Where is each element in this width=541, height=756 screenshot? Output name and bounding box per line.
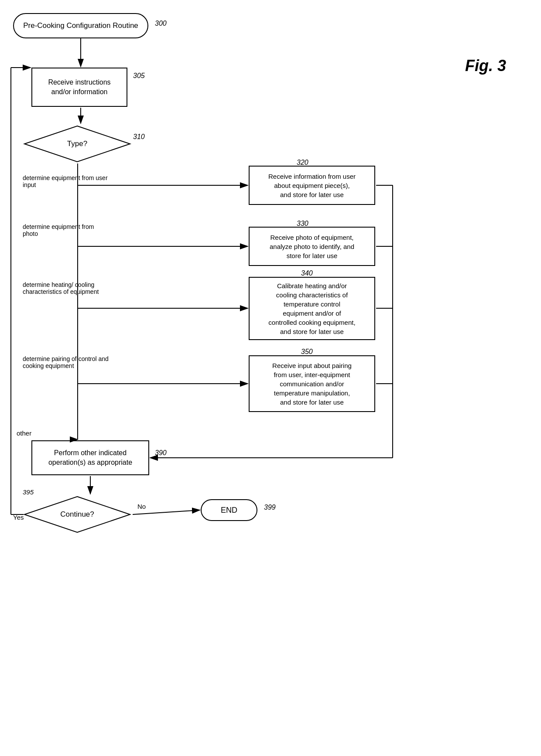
step320-shape: Receive information from user about equi… [249, 166, 375, 205]
start-ref: 300 [155, 20, 167, 27]
step330-label: Receive photo of equipment, analyze phot… [267, 231, 356, 262]
step340-ref: 340 [301, 269, 313, 277]
diamond310-label: Type? [67, 140, 87, 148]
flow-heating: determine heating/ cooling characteristi… [23, 281, 110, 295]
step390-label: Perform other indicated operation(s) as … [48, 448, 132, 468]
diamond310-ref: 310 [133, 133, 145, 141]
step330-ref: 330 [297, 220, 308, 228]
diamond310-wrap: Type? [23, 124, 132, 163]
step330-shape: Receive photo of equipment, analyze phot… [249, 227, 375, 266]
step320-label: Receive information from user about equi… [266, 170, 358, 201]
step390-shape: Perform other indicated operation(s) as … [31, 440, 149, 475]
end-label: END [221, 506, 237, 515]
step305-shape: Receive instructions and/or information [31, 68, 127, 107]
start-shape: Pre-Cooking Configuration Routine [13, 13, 148, 38]
diamond395-shape: Continue? [23, 495, 132, 534]
flow-equip-user: determine equipment from user input [23, 174, 110, 188]
step350-ref: 350 [301, 348, 313, 356]
diamond395-ref: 395 [23, 488, 34, 496]
svg-line-23 [133, 510, 200, 514]
step340-label: Calibrate heating and/or cooling charact… [266, 279, 357, 338]
start-label: Pre-Cooking Configuration Routine [23, 21, 138, 30]
flow-other: other [17, 429, 31, 437]
end-ref: 399 [264, 504, 276, 511]
flow-no: No [137, 503, 146, 510]
step350-shape: Receive input about pairing from user, i… [249, 355, 375, 412]
diagram-container: Fig. 3 Pre-Cooking Configuration Routine… [0, 0, 541, 756]
end-shape: END [201, 499, 257, 521]
step305-ref: 305 [133, 72, 145, 80]
step320-ref: 320 [297, 159, 308, 167]
flow-pairing: determine pairing of control and cooking… [23, 355, 110, 369]
diamond395-label: Continue? [60, 510, 94, 519]
step305-label: Receive instructions and/or information [48, 78, 110, 97]
flow-equip-photo: determine equipment from photo [23, 223, 110, 237]
step390-ref: 390 [155, 449, 167, 457]
fig-label: Fig. 3 [465, 57, 506, 75]
step340-shape: Calibrate heating and/or cooling charact… [249, 277, 375, 340]
diamond310-shape: Type? [23, 124, 132, 163]
diamond395-wrap: Continue? [23, 495, 132, 534]
flow-yes: Yes [13, 514, 24, 521]
step350-label: Receive input about pairing from user, i… [270, 359, 354, 409]
